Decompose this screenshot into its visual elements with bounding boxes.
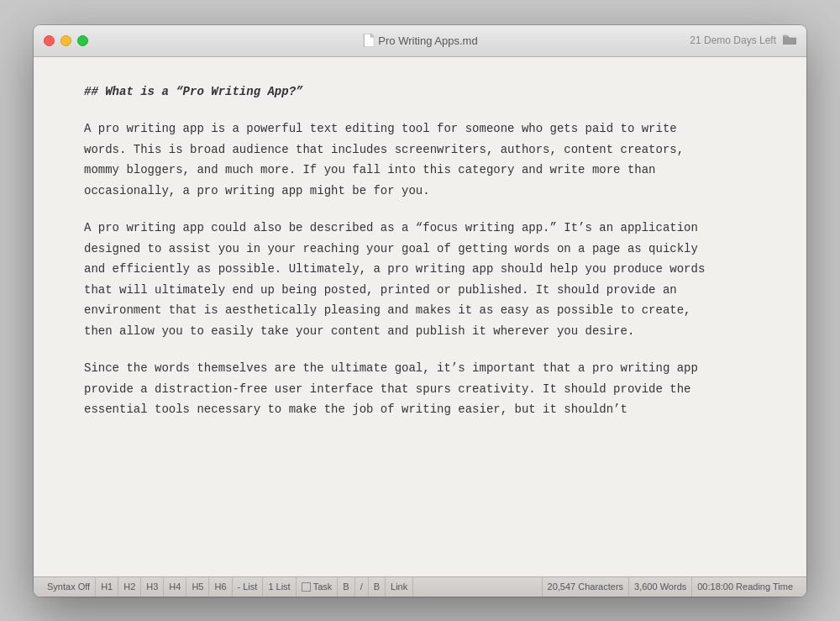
link-label: Link: [391, 582, 407, 592]
h3-item[interactable]: H3: [141, 577, 164, 597]
paragraph-3: Since the words themselves are the ultim…: [84, 358, 722, 420]
h5-item[interactable]: H5: [186, 577, 209, 597]
content-area[interactable]: ## What is a “Pro Writing App?” A pro wr…: [34, 57, 806, 576]
h1-label: H1: [101, 582, 113, 592]
bold-alt-label: B: [374, 582, 380, 592]
h1-item[interactable]: H1: [96, 577, 118, 597]
markdown-content: ## What is a “Pro Writing App?” A pro wr…: [84, 82, 722, 420]
folder-icon[interactable]: [783, 34, 796, 47]
task-item[interactable]: Task: [297, 577, 339, 597]
list-dash-label: - List: [238, 582, 258, 592]
list-dash-item[interactable]: - List: [233, 577, 264, 597]
file-icon: [362, 34, 374, 47]
characters-item: 20,547 Characters: [543, 577, 630, 597]
reading-time-label: 00:18:00 Reading Time: [697, 582, 793, 592]
syntax-off-label: Syntax Off: [47, 582, 90, 592]
link-item[interactable]: Link: [386, 577, 413, 597]
bold-label: B: [343, 582, 349, 592]
bold-alt-item[interactable]: B: [369, 577, 386, 597]
app-window: Pro Writing Apps.md 21 Demo Days Left ##…: [34, 25, 806, 597]
statusbar: Syntax Off H1 H2 H3 H4 H5 H6 - List 1 Li…: [34, 576, 806, 597]
spacer: [413, 577, 542, 597]
window-title: Pro Writing Apps.md: [378, 34, 477, 47]
h6-item[interactable]: H6: [209, 577, 232, 597]
task-label: Task: [313, 582, 333, 592]
titlebar: Pro Writing Apps.md 21 Demo Days Left: [34, 25, 806, 57]
h5-label: H5: [192, 582, 203, 592]
italic-item[interactable]: /: [355, 577, 369, 597]
list-num-item[interactable]: 1 List: [263, 577, 296, 597]
task-checkbox: [302, 582, 311, 592]
syntax-off-item[interactable]: Syntax Off: [42, 577, 96, 597]
words-label: 3,600 Words: [634, 582, 686, 592]
minimize-button[interactable]: [60, 35, 71, 46]
titlebar-right: 21 Demo Days Left: [690, 34, 796, 47]
h6-label: H6: [214, 582, 226, 592]
list-num-label: 1 List: [268, 582, 290, 592]
close-button[interactable]: [44, 35, 55, 46]
paragraph-2: A pro writing app could also be describe…: [84, 218, 722, 341]
h4-item[interactable]: H4: [164, 577, 186, 597]
h4-label: H4: [169, 582, 181, 592]
characters-label: 20,547 Characters: [548, 582, 624, 592]
document-heading: ## What is a “Pro Writing App?”: [84, 82, 722, 103]
reading-time-item: 00:18:00 Reading Time: [692, 577, 798, 597]
words-item: 3,600 Words: [629, 577, 692, 597]
demo-days-label: 21 Demo Days Left: [690, 34, 776, 46]
h2-item[interactable]: H2: [118, 577, 141, 597]
h2-label: H2: [123, 582, 135, 592]
paragraph-1: A pro writing app is a powerful text edi…: [84, 118, 722, 201]
italic-label: /: [360, 582, 363, 592]
bold-item[interactable]: B: [338, 577, 354, 597]
traffic-lights: [44, 35, 88, 46]
titlebar-center: Pro Writing Apps.md: [362, 34, 477, 47]
maximize-button[interactable]: [77, 35, 88, 46]
h3-label: H3: [146, 582, 158, 592]
